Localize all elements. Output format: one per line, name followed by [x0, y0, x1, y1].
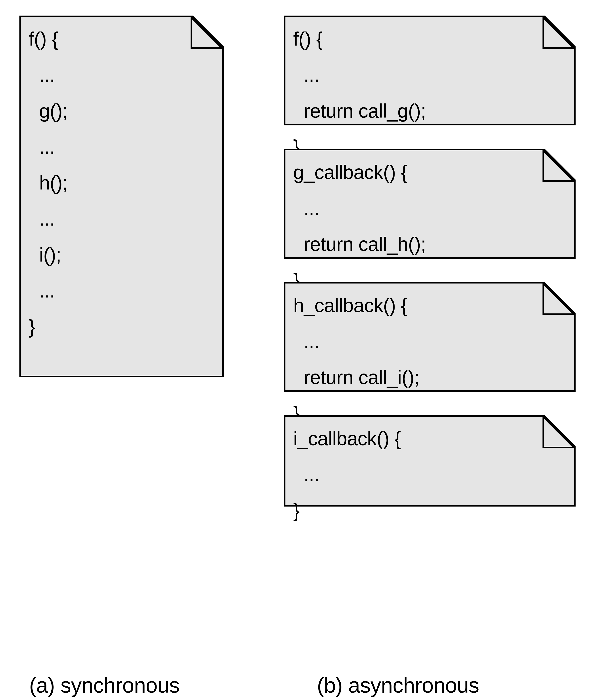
dogear-icon [542, 149, 575, 182]
svg-marker-2 [542, 149, 575, 182]
svg-marker-4 [542, 415, 575, 448]
asynchronous-caption: (b) asynchronous [317, 673, 479, 698]
synchronous-column: f() { ... g(); ... h(); ... i(); ... } [20, 16, 245, 400]
h-callback-box: h_callback() { ... return call_i(); } [284, 282, 575, 392]
svg-marker-0 [191, 16, 224, 49]
columns-wrapper: f() { ... g(); ... h(); ... i(); ... } f… [20, 16, 575, 530]
svg-marker-1 [542, 16, 575, 49]
synchronous-code: f() { ... g(); ... h(); ... i(); ... } [29, 21, 214, 345]
synchronous-code-box: f() { ... g(); ... h(); ... i(); ... } [20, 16, 224, 377]
svg-marker-3 [542, 282, 575, 315]
dogear-icon [191, 16, 224, 49]
f-code: f() { ... return call_g(); } [293, 21, 566, 165]
i-callback-code: i_callback() { ... } [293, 421, 566, 529]
i-callback-box: i_callback() { ... } [284, 415, 575, 506]
dogear-icon [542, 16, 575, 49]
diagram-container: f() { ... g(); ... h(); ... i(); ... } f… [0, 0, 595, 700]
dogear-icon [542, 415, 575, 448]
asynchronous-column: f() { ... return call_g(); } g_callback(… [284, 16, 575, 530]
f-box: f() { ... return call_g(); } [284, 16, 575, 125]
g-callback-code: g_callback() { ... return call_h(); } [293, 154, 566, 298]
dogear-icon [542, 282, 575, 315]
synchronous-caption: (a) synchronous [29, 673, 180, 698]
h-callback-code: h_callback() { ... return call_i(); } [293, 287, 566, 431]
g-callback-box: g_callback() { ... return call_h(); } [284, 149, 575, 259]
